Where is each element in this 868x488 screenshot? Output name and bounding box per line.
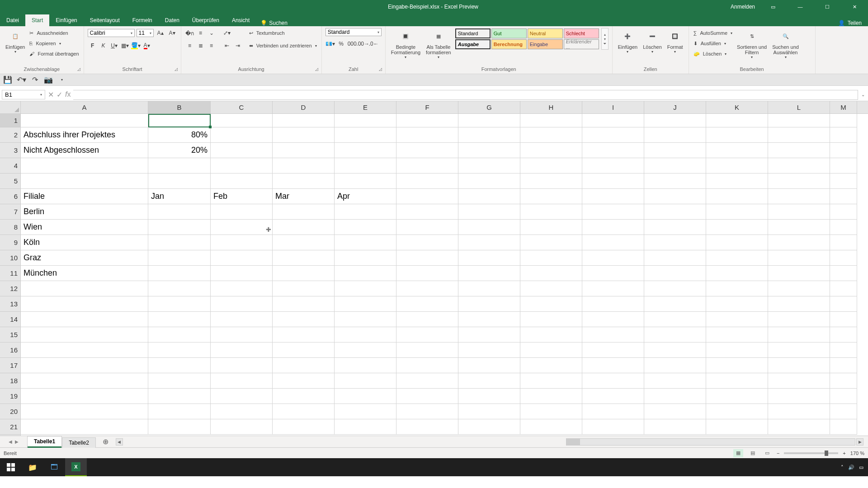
- row-header-8[interactable]: 8: [0, 220, 20, 235]
- cell-A6[interactable]: Filiale: [21, 189, 148, 204]
- cell-J11[interactable]: [644, 266, 706, 281]
- hscroll-left[interactable]: ◀: [116, 438, 123, 446]
- cell-B5[interactable]: [148, 174, 211, 189]
- row-header-14[interactable]: 14: [0, 312, 20, 327]
- tray-up-icon[interactable]: ˄: [841, 465, 844, 470]
- cell-J1[interactable]: [644, 114, 706, 127]
- cell-H6[interactable]: [520, 189, 582, 204]
- decrease-indent-icon[interactable]: ⇤: [222, 41, 232, 51]
- cell-A15[interactable]: [21, 327, 148, 343]
- cell-A13[interactable]: [21, 296, 148, 312]
- enter-formula-icon[interactable]: ✓: [57, 90, 62, 99]
- increase-decimal-icon[interactable]: .00→: [358, 39, 368, 49]
- cell-J6[interactable]: [644, 189, 706, 204]
- cell-D2[interactable]: [273, 127, 335, 143]
- cell-I12[interactable]: [582, 281, 644, 296]
- row-header-6[interactable]: 6: [0, 189, 20, 204]
- cell-F6[interactable]: [396, 189, 458, 204]
- column-headers[interactable]: A B C D E F G H I J K L M: [21, 101, 868, 114]
- cell-F8[interactable]: [396, 220, 458, 235]
- cell-L3[interactable]: [768, 143, 830, 158]
- font-color-button[interactable]: A▾: [142, 41, 152, 51]
- cell-L19[interactable]: [768, 389, 830, 404]
- col-header-C[interactable]: C: [211, 101, 273, 113]
- name-box[interactable]: B1 ▾: [2, 90, 45, 99]
- cell-K18[interactable]: [706, 373, 768, 389]
- cell-K1[interactable]: [706, 114, 768, 127]
- cell-G6[interactable]: [458, 189, 520, 204]
- cell-D1[interactable]: [273, 114, 335, 127]
- cell-J8[interactable]: [644, 220, 706, 235]
- cell-H7[interactable]: [520, 204, 582, 220]
- cell-style-gut[interactable]: Gut: [491, 28, 527, 38]
- currency-icon[interactable]: 💶▾: [326, 39, 335, 49]
- hscroll-track[interactable]: [566, 438, 855, 446]
- cell-C5[interactable]: [211, 174, 273, 189]
- cell-A21[interactable]: [21, 419, 148, 435]
- decrease-decimal-icon[interactable]: .0←: [369, 39, 379, 49]
- cell-E20[interactable]: [335, 404, 396, 419]
- cell-B11[interactable]: [148, 266, 211, 281]
- account-signin[interactable]: Anmelden: [731, 4, 755, 10]
- cell-B10[interactable]: [148, 250, 211, 266]
- cell-I17[interactable]: [582, 358, 644, 373]
- cell-K14[interactable]: [706, 312, 768, 327]
- copy-button[interactable]: ⎘ Kopieren ▾: [28, 38, 80, 48]
- taskbar-excel-icon[interactable]: X: [65, 458, 87, 476]
- bold-button[interactable]: F: [88, 41, 98, 51]
- cell-J15[interactable]: [644, 327, 706, 343]
- cell-I21[interactable]: [582, 419, 644, 435]
- cell-J2[interactable]: [644, 127, 706, 143]
- col-header-B[interactable]: B: [148, 101, 211, 113]
- cell-M20[interactable]: [830, 404, 857, 419]
- taskbar-explorer-icon[interactable]: 📁: [22, 458, 43, 476]
- cell-I14[interactable]: [582, 312, 644, 327]
- file-tab[interactable]: Datei: [0, 14, 25, 26]
- cell-E18[interactable]: [335, 373, 396, 389]
- cell-B14[interactable]: [148, 312, 211, 327]
- cancel-formula-icon[interactable]: ✕: [48, 90, 54, 99]
- cell-J13[interactable]: [644, 296, 706, 312]
- italic-button[interactable]: K: [99, 41, 108, 51]
- cell-I16[interactable]: [582, 343, 644, 358]
- cell-J12[interactable]: [644, 281, 706, 296]
- cell-J16[interactable]: [644, 343, 706, 358]
- cell-E3[interactable]: [335, 143, 396, 158]
- cell-B9[interactable]: [148, 235, 211, 250]
- cell-E10[interactable]: [335, 250, 396, 266]
- cell-G15[interactable]: [458, 327, 520, 343]
- cell-E4[interactable]: [335, 158, 396, 174]
- zoom-in-button[interactable]: +: [843, 450, 845, 456]
- cell-M1[interactable]: [830, 114, 857, 127]
- cell-I4[interactable]: [582, 158, 644, 174]
- cell-F21[interactable]: [396, 419, 458, 435]
- cell-E17[interactable]: [335, 358, 396, 373]
- cell-F17[interactable]: [396, 358, 458, 373]
- row-header-4[interactable]: 4: [0, 158, 20, 174]
- cell-K6[interactable]: [706, 189, 768, 204]
- cell-J4[interactable]: [644, 158, 706, 174]
- cell-M8[interactable]: [830, 220, 857, 235]
- align-middle-icon[interactable]: ≡: [196, 28, 206, 38]
- cell-I6[interactable]: [582, 189, 644, 204]
- cell-D3[interactable]: [273, 143, 335, 158]
- cell-F2[interactable]: [396, 127, 458, 143]
- zoom-slider-thumb[interactable]: [825, 450, 828, 456]
- cell-M19[interactable]: [830, 389, 857, 404]
- cell-K8[interactable]: [706, 220, 768, 235]
- cell-J19[interactable]: [644, 389, 706, 404]
- cell-I18[interactable]: [582, 373, 644, 389]
- format-as-table-button[interactable]: ▦ Als Tabelle formatieren▾: [424, 28, 453, 60]
- new-sheet-button[interactable]: ⊕: [100, 437, 111, 446]
- cell-L5[interactable]: [768, 174, 830, 189]
- cell-D6[interactable]: Mar: [273, 189, 335, 204]
- cell-G18[interactable]: [458, 373, 520, 389]
- cell-E11[interactable]: [335, 266, 396, 281]
- ribbon-display-options-icon[interactable]: ▭: [764, 0, 782, 14]
- row-header-13[interactable]: 13: [0, 296, 20, 312]
- cell-K17[interactable]: [706, 358, 768, 373]
- save-button[interactable]: 💾: [3, 75, 13, 85]
- number-format-combo[interactable]: Standard▾: [326, 28, 382, 36]
- cell-C4[interactable]: [211, 158, 273, 174]
- cell-H20[interactable]: [520, 404, 582, 419]
